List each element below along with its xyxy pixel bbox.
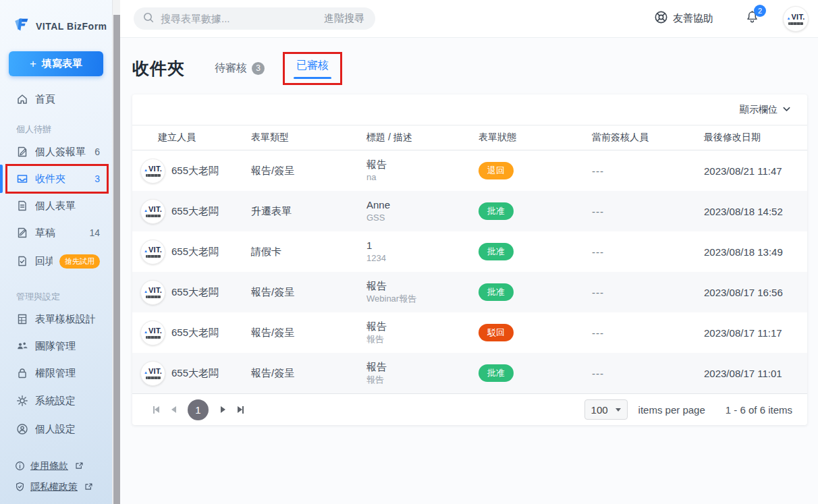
- avatar-text: VIT.: [148, 367, 162, 375]
- inbox-table-card: 顯示欄位 建立人員 表單類型 標題 / 描述 表單狀態 當前簽核人員 最後修改日…: [132, 94, 807, 425]
- approver-cell: ---: [592, 165, 704, 177]
- avatar-text: VIT.: [148, 286, 162, 294]
- privacy-policy-label: 隱私權政策: [30, 481, 78, 493]
- avatar-text: VIT.: [148, 165, 162, 173]
- document-icon: [16, 200, 28, 212]
- user-avatar[interactable]: ▲ VIT.: [783, 6, 809, 32]
- creator-cell: ▲ VIT. 655大老闆: [140, 361, 251, 386]
- brand-name: VITAL BizForm: [36, 21, 107, 32]
- table-row[interactable]: ▲ VIT. 655大老闆 報告/簽呈 報告 報告 批准 --- 2023/08…: [132, 353, 807, 393]
- column-header-title: 標題 / 描述: [366, 132, 479, 144]
- table-row[interactable]: ▲ VIT. 655大老闆 升遷表單 Anne GSS 批准 --- 2023/…: [132, 191, 807, 231]
- tab-pending-label: 待審核: [215, 61, 247, 76]
- show-columns-label: 顯示欄位: [740, 104, 778, 116]
- sidebar-scrollbar[interactable]: [112, 0, 120, 504]
- plus-icon: +: [30, 57, 36, 71]
- fill-form-button[interactable]: + 填寫表單: [9, 51, 103, 76]
- form-type-cell: 升遷表單: [251, 205, 366, 218]
- shield-check-icon: [13, 481, 26, 493]
- row-subtitle: 1234: [366, 252, 479, 264]
- form-type-cell: 報告/簽呈: [251, 165, 366, 177]
- status-cell: 批准: [479, 243, 592, 260]
- pagination-right: 100 items per page 1 - 6 of 6 items: [584, 399, 792, 420]
- sidebar-item-inbox[interactable]: 收件夾 3: [0, 165, 112, 192]
- tab-pending-review[interactable]: 待審核 3: [215, 61, 265, 76]
- search-input[interactable]: [161, 13, 318, 24]
- sidebar-item-system-settings[interactable]: 系統設定: [0, 387, 112, 415]
- table-row[interactable]: ▲ VIT. 655大老闆 報告/簽呈 報告 Webinar報告 批准 --- …: [132, 272, 807, 312]
- creator-avatar: ▲ VIT.: [140, 280, 165, 305]
- sidebar-item-template-design[interactable]: 表單樣板設計: [0, 306, 112, 333]
- current-page-indicator[interactable]: 1: [188, 399, 209, 420]
- page-size-select[interactable]: 100: [584, 399, 628, 420]
- search-bar[interactable]: 進階搜尋: [134, 7, 375, 30]
- avatar-triangle-icon: ▲: [144, 289, 148, 293]
- sidebar-item-label: 首頁: [35, 93, 100, 106]
- creator-cell: ▲ VIT. 655大老闆: [140, 280, 251, 305]
- tab-reviewed[interactable]: 已審核: [294, 59, 331, 79]
- sidebar-section-admin: 管理與設定: [0, 276, 112, 306]
- privacy-policy-link[interactable]: 隱私權政策: [13, 476, 112, 497]
- column-header-modified: 最後修改日期: [704, 132, 791, 144]
- row-subtitle: GSS: [366, 212, 479, 224]
- status-cell: 駁回: [479, 324, 592, 341]
- sidebar-item-questionnaire[interactable]: 回填問卷 搶先試用: [0, 246, 112, 276]
- sidebar-item-label: 收件夾: [35, 173, 88, 186]
- form-type-cell: 請假卡: [251, 246, 366, 258]
- table-row[interactable]: ▲ VIT. 655大老闆 請假卡 1 1234 批准 --- 2023/08/…: [132, 231, 807, 272]
- sidebar-item-label: 草稿: [35, 227, 82, 240]
- notifications-button[interactable]: 2: [744, 9, 760, 28]
- scrollbar-thumb[interactable]: [113, 15, 120, 504]
- sidebar-item-team-management[interactable]: 團隊管理: [0, 333, 112, 360]
- show-columns-dropdown[interactable]: 顯示欄位: [740, 104, 791, 116]
- terms-of-use-link[interactable]: 使用條款: [13, 455, 112, 476]
- title-cell: 報告 Webinar報告: [366, 279, 479, 305]
- sidebar-item-count: 3: [94, 173, 100, 184]
- tab-active-underline: [294, 77, 331, 79]
- previous-page-button[interactable]: [165, 401, 182, 418]
- avatar-triangle-icon: ▲: [786, 16, 790, 20]
- sidebar-item-personal-forms[interactable]: 個人表單: [0, 192, 112, 219]
- gear-icon: [16, 395, 28, 407]
- creator-name: 655大老闆: [171, 205, 219, 218]
- search-icon: [142, 11, 155, 26]
- status-badge: 退回: [479, 162, 514, 179]
- row-title: 報告: [366, 158, 479, 171]
- sidebar-item-drafts[interactable]: 草稿 14: [0, 219, 112, 246]
- sidebar-item-home[interactable]: 首頁: [0, 86, 112, 113]
- sidebar-item-permission-management[interactable]: 權限管理: [0, 360, 112, 387]
- topbar-right: 友善協助 2 ▲ VIT.: [654, 6, 809, 32]
- lifebuoy-icon: [654, 10, 668, 27]
- status-cell: 批准: [479, 202, 592, 220]
- sidebar-item-label: 系統設定: [35, 395, 100, 408]
- column-header-creator: 建立人員: [148, 132, 251, 144]
- creator-avatar: ▲ VIT.: [140, 320, 165, 345]
- avatar-logo: ▲ VIT.: [786, 13, 805, 21]
- sidebar-item-label: 回填問卷: [35, 255, 53, 268]
- status-cell: 退回: [479, 162, 592, 179]
- main-area: 進階搜尋 友善協助: [120, 0, 818, 504]
- sidebar-item-label: 個人表單: [35, 200, 100, 213]
- avatar-sub-mark: [146, 336, 161, 339]
- advanced-search-link[interactable]: 進階搜尋: [324, 12, 364, 25]
- first-page-button[interactable]: [147, 401, 165, 418]
- page-size-value: 100: [591, 404, 608, 416]
- table-row[interactable]: ▲ VIT. 655大老闆 報告/簽呈 報告 報告 駁回 --- 2023/08…: [132, 312, 807, 353]
- topbar: 進階搜尋 友善協助: [120, 0, 818, 38]
- fill-form-button-label: 填寫表單: [42, 57, 82, 70]
- last-page-button[interactable]: [231, 401, 249, 418]
- creator-cell: ▲ VIT. 655大老闆: [140, 159, 251, 184]
- next-page-button[interactable]: [214, 401, 231, 418]
- modified-date-cell: 2023/08/21 11:47: [704, 165, 791, 177]
- status-badge: 批准: [479, 364, 514, 382]
- creator-avatar: ▲ VIT.: [140, 361, 165, 386]
- sidebar-item-personal-reports[interactable]: 個人簽報單 6: [0, 138, 112, 165]
- table-row[interactable]: ▲ VIT. 655大老闆 報告/簽呈 報告 na 退回 --- 2023/08…: [132, 150, 807, 191]
- title-cell: 報告 報告: [366, 360, 479, 386]
- external-link-icon: [73, 460, 85, 472]
- sidebar: VITAL BizForm + 填寫表單 首頁 個人待辦: [0, 0, 112, 504]
- help-button[interactable]: 友善協助: [654, 10, 713, 27]
- sidebar-item-count: 14: [89, 227, 100, 238]
- help-label: 友善協助: [673, 12, 713, 25]
- sidebar-item-personal-settings[interactable]: 個人設定: [0, 415, 112, 443]
